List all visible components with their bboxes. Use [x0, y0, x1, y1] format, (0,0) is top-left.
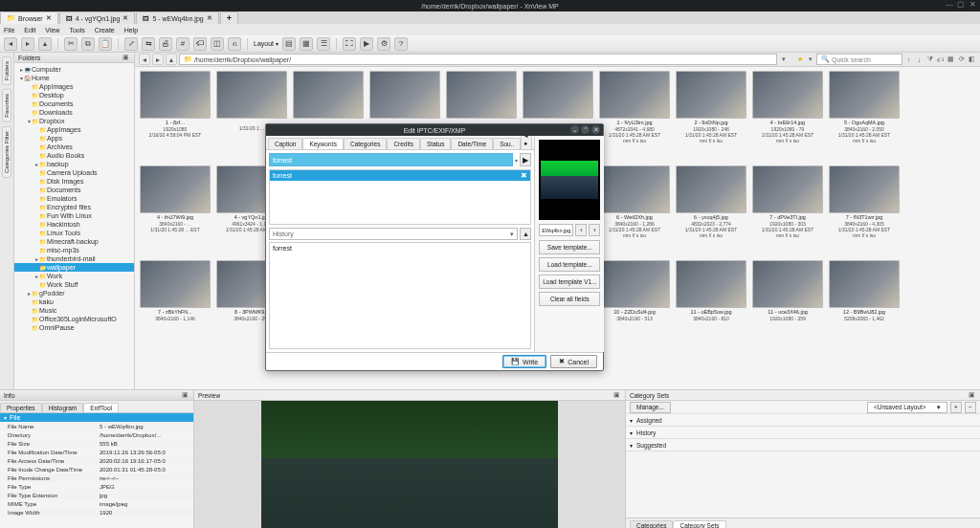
toolbar-tag-icon[interactable]: 🏷 — [193, 37, 207, 51]
preview-image-area[interactable] — [194, 401, 625, 528]
panel-close-icon[interactable]: ▣ — [122, 54, 130, 62]
history-select[interactable]: History ▾ — [269, 228, 518, 240]
toolbar-up-icon[interactable]: ▴ — [38, 37, 52, 51]
vtab-favorites[interactable]: Favorites — [2, 89, 11, 122]
clear-fields-button[interactable]: Clear all fields — [539, 292, 600, 306]
tab-image-1[interactable]: 4 - vgYQn1.jpg ✕ — [59, 11, 136, 24]
toolbar-copy-icon[interactable]: ⧉ — [81, 37, 95, 51]
tree-node[interactable]: 📁Disk Images — [14, 177, 134, 186]
vtab-folders[interactable]: Folders — [2, 56, 11, 85]
add-keyword-icon[interactable]: ▶ — [520, 153, 531, 166]
tab-image-2[interactable]: 5 - wEWq4bn.jpg ✕ — [136, 11, 218, 24]
close-icon[interactable]: ✕ — [122, 14, 128, 22]
folder-tree[interactable]: ▸💻Computer▾🏠Home 📁AppImages 📁Desktop 📁Do… — [14, 63, 134, 389]
tab-credits[interactable]: Credits — [387, 138, 420, 149]
tree-node[interactable]: 📁Archives — [14, 143, 134, 151]
toolbar-back-icon[interactable]: ◂ — [4, 37, 17, 51]
window-min-icon[interactable]: — — [946, 1, 953, 9]
tree-node[interactable]: 📁wallpaper — [14, 263, 134, 272]
tab-category-sets[interactable]: Category Sets — [673, 520, 725, 528]
toolbar-slideshow-icon[interactable]: ▶ — [360, 37, 373, 51]
panel-close-icon[interactable]: ▣ — [612, 391, 621, 400]
load-template-button[interactable]: Load template... — [539, 257, 600, 272]
tree-node[interactable]: 📁AppImages — [14, 82, 134, 91]
tree-node[interactable]: ▾📁Dropbox — [14, 117, 134, 125]
nav-up-icon[interactable]: ▴ — [166, 54, 177, 65]
tab-scroll-icon[interactable]: ◂ ▸ — [521, 136, 532, 149]
thumbnail[interactable]: 6 - yxoq4j5.jpg4832x2023 - 2,7741/31/20 … — [675, 165, 747, 256]
history-item[interactable]: forrest — [273, 245, 527, 252]
toolbar-grid-icon[interactable]: ▦ — [300, 37, 313, 51]
history-list[interactable]: forrest — [269, 242, 531, 349]
tree-node[interactable]: ▾🏠Home — [14, 74, 134, 82]
tree-node[interactable]: 📁Fun With Linux — [14, 211, 134, 220]
window-close-icon[interactable]: ✕ — [969, 1, 976, 9]
remove-layout-button[interactable]: − — [965, 402, 976, 413]
tree-node[interactable]: 📁Downloads — [14, 108, 134, 117]
toolbar-zoom-fit-icon[interactable]: ⤢ — [124, 37, 138, 51]
tab-categories[interactable]: Categories — [344, 138, 387, 149]
thumbnail[interactable]: 12 - B9BwU82.jpg5208x2083 - 1,462 — [828, 260, 901, 351]
tree-node[interactable]: 📁Documents — [14, 99, 134, 108]
toolbar-compare-icon[interactable]: ◫ — [211, 37, 224, 51]
menu-create[interactable]: Create — [95, 27, 115, 33]
tree-node[interactable]: 📁misc-mp3s — [14, 246, 134, 254]
tree-node[interactable]: 📁Music — [14, 306, 134, 315]
thumbnail[interactable]: 4 - brE6r14.jpg1920x1080 - 791/31/20 1:4… — [751, 71, 824, 162]
thumbnail[interactable]: 5 - OguAqMA.jpg3840x2160 - 2,0501/31/20 … — [828, 71, 901, 162]
prev-file-icon[interactable]: ‹ — [575, 224, 587, 236]
sort-asc-icon[interactable]: ↑ — [904, 55, 913, 64]
section-history[interactable]: ▾ History — [626, 427, 980, 439]
chevron-down-icon[interactable]: ▾ — [515, 157, 518, 164]
layout-select[interactable]: <Unsaved Layout> ▾ — [867, 402, 947, 413]
toolbar-paste-icon[interactable]: 📋 — [99, 37, 112, 51]
thumbnail[interactable]: 7 - zBkYhFN...3840x2160 - 1,146 — [139, 260, 212, 351]
view-mode-icon[interactable]: ▦ — [947, 55, 955, 64]
thumbnail[interactable]: 6 - Wetf2Xh.jpg3840x2160 - 1,2861/31/20 … — [598, 165, 671, 256]
tree-node[interactable]: ▸💻Computer — [14, 65, 134, 74]
cancel-button[interactable]: ✖ Cancel — [550, 355, 597, 368]
location-path[interactable]: /home/derrik/Dropbox/wallpaper/ — [179, 54, 777, 65]
toolbar-swap-icon[interactable]: ⇆ — [142, 37, 155, 51]
tab-histogram[interactable]: Histogram — [42, 403, 84, 412]
tab-caption[interactable]: Caption — [268, 138, 302, 149]
thumbnail[interactable]: 7 - fN3T1wz.jpg3840x2160 - 4,3051/31/20 … — [828, 165, 901, 256]
load-template-v1-button[interactable]: Load template V1... — [539, 275, 600, 289]
toolbar-help-icon[interactable]: ? — [394, 37, 408, 51]
next-file-icon[interactable]: › — [589, 224, 600, 236]
save-template-button[interactable]: Save template... — [539, 240, 600, 254]
menu-edit[interactable]: Edit — [24, 27, 35, 33]
modal-titlebar[interactable]: Edit IPTC/EXIF/XMP ⌄ ⌃ ✕ — [266, 124, 603, 136]
tree-node[interactable]: 📁Apps — [14, 134, 134, 143]
toolbar-print-icon[interactable]: 🖨 — [159, 37, 172, 51]
star-icon[interactable]: ★ — [795, 55, 804, 64]
thumbnail[interactable]: 1 - 8zf...1920x10802/16/20 4:58:04 PM ES… — [139, 71, 212, 162]
toolbar-settings-icon[interactable]: ⚙ — [377, 37, 390, 51]
keyword-list[interactable]: forrest ✖ — [269, 169, 531, 225]
tree-node[interactable]: 📁OmniPause — [14, 323, 134, 332]
section-suggested[interactable]: ▾ Suggested — [626, 439, 980, 451]
tree-node[interactable]: 📁Encrypted files — [14, 203, 134, 211]
refresh-icon[interactable]: ⟳ — [957, 55, 966, 64]
panel-close-icon[interactable]: ▣ — [181, 391, 189, 400]
thumbnail[interactable]: 11 - oEBp5ow.jpg3840x2160 - 810 — [675, 260, 747, 351]
panel-close-icon[interactable]: ▣ — [968, 391, 976, 400]
tree-node[interactable]: ▸📁backup — [14, 160, 134, 168]
add-layout-button[interactable]: + — [950, 402, 962, 413]
quick-search-input[interactable]: 🔍 Quick search — [816, 54, 902, 65]
thumbnail[interactable]: 10 - ZZDuSd4.jpg3840x2160 - 513 — [598, 260, 671, 351]
tree-node[interactable]: 📁Linux Tools — [14, 229, 134, 237]
toolbar-renumber-icon[interactable]: # — [176, 37, 189, 51]
toolbar-forward-icon[interactable]: ▸ — [21, 37, 34, 51]
tree-node[interactable]: ▸📁Work — [14, 272, 134, 280]
tree-node[interactable]: 📁Minecraft-backup — [14, 237, 134, 246]
vtab-categories-filter[interactable]: Categories Filter — [2, 126, 11, 178]
write-button[interactable]: 💾 Write — [502, 355, 546, 368]
tab-source[interactable]: Sou.. — [493, 138, 521, 149]
menu-help[interactable]: Help — [124, 27, 138, 33]
close-icon[interactable]: ✕ — [46, 14, 52, 22]
tree-node[interactable]: ▸📁gPodder — [14, 289, 134, 297]
manage-button[interactable]: Manage... — [630, 402, 671, 413]
tree-node[interactable]: 📁Work Stuff — [14, 280, 134, 289]
toggle-icon[interactable]: ◧ — [968, 55, 976, 64]
